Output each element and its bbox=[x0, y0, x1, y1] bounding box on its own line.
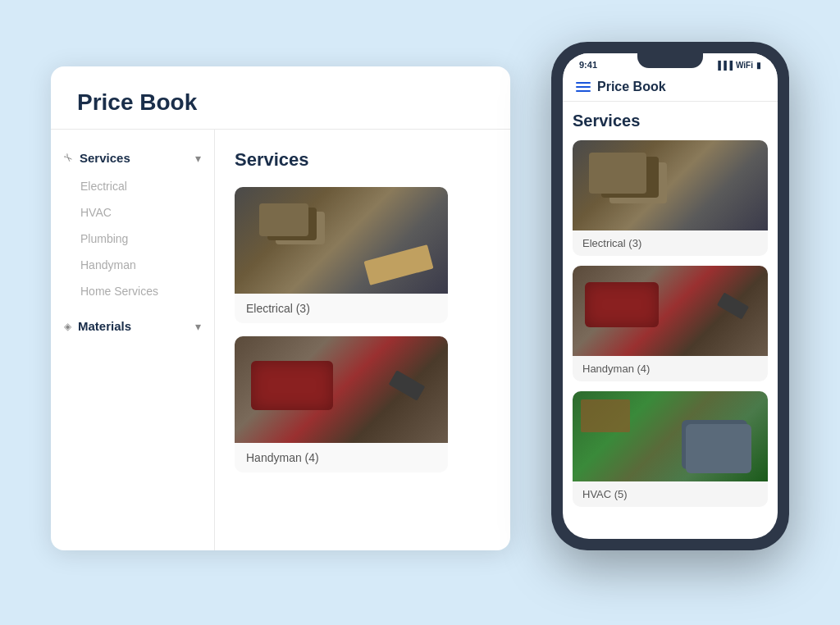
battery-icon: ▮ bbox=[756, 61, 761, 70]
phone-handyman-image bbox=[573, 266, 768, 356]
sidebar-item-plumbing[interactable]: Plumbing bbox=[80, 226, 214, 252]
sidebar-item-services[interactable]: ✂ Services ▾ bbox=[51, 143, 214, 173]
sidebar-services-label: Services bbox=[80, 151, 189, 165]
desktop-header: Price Book bbox=[51, 66, 510, 130]
phone-electrical-image bbox=[573, 140, 768, 230]
sidebar-item-electrical[interactable]: Electrical bbox=[80, 173, 214, 199]
phone-electrical-card[interactable]: Electrical (3) bbox=[573, 140, 768, 256]
sidebar-materials-section: ◈ Materials ▾ bbox=[51, 311, 214, 341]
wrench-icon: ✂ bbox=[61, 150, 75, 165]
sidebar-sub-items: Electrical HVAC Plumbing Handyman Home S… bbox=[51, 173, 214, 304]
phone-mockup: 9:41 ▐▐▐ WiFi ▮ Price Book Services bbox=[551, 42, 789, 550]
handyman-card-image bbox=[235, 336, 448, 443]
materials-chevron-icon: ▾ bbox=[195, 320, 201, 333]
hamburger-line-2 bbox=[576, 86, 591, 88]
phone-handyman-label: Handyman (4) bbox=[573, 356, 768, 381]
main-content-title: Services bbox=[235, 149, 491, 171]
phone-section-title: Services bbox=[573, 112, 768, 130]
sidebar-item-handyman[interactable]: Handyman bbox=[80, 252, 214, 278]
phone-content: Services Electrical (3) Handyman (4) HVA… bbox=[563, 102, 778, 539]
hamburger-icon[interactable] bbox=[576, 82, 591, 92]
hamburger-line-3 bbox=[576, 90, 591, 92]
wifi-icon: WiFi bbox=[736, 61, 753, 70]
sidebar: ✂ Services ▾ Electrical HVAC Plumbing Ha… bbox=[51, 130, 215, 550]
handyman-card[interactable]: Handyman (4) bbox=[235, 336, 448, 472]
phone-app-title: Price Book bbox=[597, 80, 666, 94]
diamond-icon: ◈ bbox=[64, 321, 71, 332]
scene: Price Book ✂ Services ▾ Electrical HVAC … bbox=[51, 42, 789, 583]
signal-icon: ▐▐▐ bbox=[715, 61, 733, 70]
desktop-app-title: Price Book bbox=[77, 89, 484, 116]
status-icons: ▐▐▐ WiFi ▮ bbox=[715, 61, 761, 70]
phone-hvac-card[interactable]: HVAC (5) bbox=[573, 391, 768, 507]
phone-header: Price Book bbox=[563, 73, 778, 102]
sidebar-services-section: ✂ Services ▾ Electrical HVAC Plumbing Ha… bbox=[51, 143, 214, 304]
sidebar-item-hvac[interactable]: HVAC bbox=[80, 199, 214, 226]
phone-electrical-label: Electrical (3) bbox=[573, 230, 768, 256]
desktop-body: ✂ Services ▾ Electrical HVAC Plumbing Ha… bbox=[51, 130, 510, 550]
sidebar-item-home-services[interactable]: Home Services bbox=[80, 278, 214, 304]
electrical-card-image bbox=[235, 187, 448, 294]
sidebar-item-materials[interactable]: ◈ Materials ▾ bbox=[51, 311, 214, 341]
services-chevron-icon: ▾ bbox=[195, 152, 201, 165]
handyman-card-label: Handyman (4) bbox=[235, 443, 448, 472]
main-content: Services Electrical (3) Handyman (4) bbox=[215, 130, 510, 550]
electrical-card-label: Electrical (3) bbox=[235, 294, 448, 323]
hamburger-line-1 bbox=[576, 82, 591, 84]
phone-notch bbox=[637, 53, 703, 68]
sidebar-materials-label: Materials bbox=[78, 319, 189, 333]
phone-handyman-card[interactable]: Handyman (4) bbox=[573, 266, 768, 381]
phone-time: 9:41 bbox=[579, 60, 597, 70]
electrical-card[interactable]: Electrical (3) bbox=[235, 187, 448, 323]
phone-hvac-label: HVAC (5) bbox=[573, 481, 768, 507]
desktop-card: Price Book ✂ Services ▾ Electrical HVAC … bbox=[51, 66, 510, 550]
phone-screen: 9:41 ▐▐▐ WiFi ▮ Price Book Services bbox=[563, 53, 778, 539]
phone-hvac-image bbox=[573, 391, 768, 481]
